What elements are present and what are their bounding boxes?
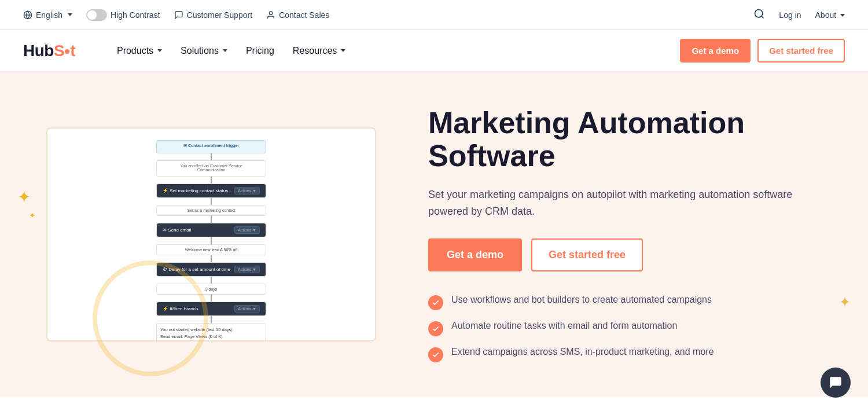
checkmark-svg-2 [432, 325, 440, 333]
hero-content: Marketing Automation Software Set your m… [428, 106, 822, 362]
language-selector[interactable]: English [23, 10, 72, 20]
sparkle-decoration-3: ✦ [839, 294, 851, 310]
wf-ifthen: ⚡ Set marketing contact status Actions ▼ [156, 183, 266, 198]
language-chevron [68, 13, 72, 16]
hero-started-button[interactable]: Get started free [531, 238, 643, 271]
feature-item-2: Automate routine tasks with email and fo… [428, 321, 822, 336]
check-icon-3 [428, 347, 443, 362]
hero-description: Set your marketing campaigns on autopilo… [428, 186, 822, 220]
login-link[interactable]: Log in [779, 10, 801, 20]
wf-send-email: ✉ Send email Actions ▼ [156, 223, 266, 237]
feature-label-3: Extend campaigns across SMS, in-product … [451, 347, 714, 357]
contrast-switch[interactable] [86, 9, 107, 21]
top-bar: English High Contrast Customer Support C… [0, 0, 868, 30]
nav-products[interactable]: Products [110, 41, 169, 61]
high-contrast-toggle[interactable]: High Contrast [86, 9, 160, 21]
sparkle-decoration-1: ✦ [17, 188, 31, 207]
nav-pricing-label: Pricing [246, 46, 274, 56]
nav-started-button[interactable]: Get started free [757, 39, 845, 63]
support-label: Customer Support [187, 10, 253, 20]
language-label: English [36, 10, 62, 20]
top-bar-right: Log in About [753, 8, 845, 21]
search-icon [753, 8, 765, 20]
check-icon-2 [428, 321, 443, 336]
about-link[interactable]: About [815, 10, 845, 20]
chat-button[interactable] [821, 368, 851, 397]
contrast-label: High Contrast [111, 10, 160, 20]
hero-cta-group: Get a demo Get started free [428, 238, 822, 271]
nav-ctas: Get a demo Get started free [680, 39, 845, 63]
customer-support-link[interactable]: Customer Support [174, 10, 253, 20]
feature-item-3: Extend campaigns across SMS, in-product … [428, 347, 822, 362]
nav-links: Products Solutions Pricing Resources [110, 41, 657, 61]
search-button[interactable] [753, 8, 765, 21]
hero-demo-button[interactable]: Get a demo [428, 238, 522, 271]
hero-image-wrapper: ✉ Contact enrollment trigger You enrolle… [46, 127, 382, 341]
products-chevron [157, 49, 162, 52]
chat-icon [174, 10, 183, 20]
hero-section: ✦ ✦ ✦ ✉ Contact enrollment trigger You e… [0, 72, 868, 397]
svg-point-2 [269, 12, 272, 14]
logo-text: HubSt [23, 42, 75, 60]
globe-icon [23, 10, 32, 20]
wf-desc-2: Welcome new lead A 50% off [156, 244, 266, 255]
nav-pricing[interactable]: Pricing [239, 41, 281, 61]
person-icon [266, 10, 275, 20]
nav-demo-button[interactable]: Get a demo [680, 39, 751, 63]
sparkle-decoration-2: ✦ [29, 211, 36, 220]
nav-resources[interactable]: Resources [286, 41, 352, 61]
nav-solutions[interactable]: Solutions [174, 41, 234, 61]
nav-resources-label: Resources [293, 46, 337, 56]
arc-decoration [93, 260, 208, 376]
resources-chevron [341, 49, 345, 52]
check-icon-1 [428, 295, 443, 310]
feature-list: Use workflows and bot builders to create… [428, 295, 822, 362]
wf-desc-1: Set as a marketing contact [156, 205, 266, 216]
feature-item-1: Use workflows and bot builders to create… [428, 295, 822, 310]
feature-label-2: Automate routine tasks with email and fo… [451, 321, 677, 331]
about-chevron [840, 14, 845, 17]
svg-point-3 [755, 10, 763, 17]
hero-title: Marketing Automation Software [428, 106, 822, 172]
checkmark-svg-3 [432, 351, 440, 359]
svg-line-4 [762, 16, 764, 19]
feature-label-1: Use workflows and bot builders to create… [451, 295, 712, 305]
top-bar-left: English High Contrast Customer Support C… [23, 9, 329, 21]
sales-label: Contact Sales [279, 10, 329, 20]
logo[interactable]: HubSt [23, 42, 75, 60]
solutions-chevron [223, 49, 227, 52]
main-nav: HubSt Products Solutions Pricing Resourc… [0, 30, 868, 72]
checkmark-svg [432, 299, 440, 307]
about-label: About [815, 10, 837, 20]
nav-products-label: Products [117, 46, 153, 56]
contact-sales-link[interactable]: Contact Sales [266, 10, 329, 20]
chat-bubble-icon [828, 375, 843, 390]
wf-trigger: ✉ Contact enrollment trigger [156, 140, 266, 153]
nav-solutions-label: Solutions [181, 46, 219, 56]
wf-action-1: You enrolled via Customer ServiceCommuni… [156, 160, 266, 177]
